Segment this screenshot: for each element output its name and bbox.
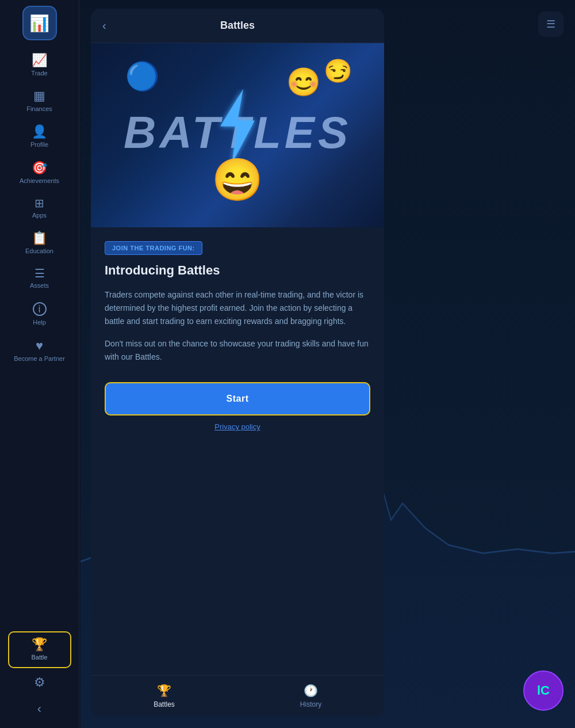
sidebar-label-assets: Assets bbox=[30, 282, 49, 289]
sidebar: 📊 📈 Trade ▦ Finances 👤 Profile 🎯 Achieve… bbox=[0, 0, 79, 728]
emoji-ball-topright: 😏 bbox=[324, 58, 352, 85]
sidebar-item-achievements[interactable]: 🎯 Achievements bbox=[8, 156, 71, 190]
help-icon: i bbox=[33, 302, 47, 316]
sidebar-item-profile[interactable]: 👤 Profile bbox=[8, 120, 71, 154]
start-button[interactable]: Start bbox=[105, 382, 370, 416]
sidebar-label-profile: Profile bbox=[30, 141, 48, 148]
tab-battles[interactable]: 🏆 Battles bbox=[91, 676, 237, 716]
history-tab-icon: 🕐 bbox=[304, 684, 318, 697]
intro-title: Introducing Battles bbox=[105, 263, 370, 278]
sidebar-label-battle: Battle bbox=[31, 654, 47, 661]
finances-icon: ▦ bbox=[33, 90, 45, 102]
menu-icon: ☰ bbox=[546, 18, 555, 31]
trade-icon: 📈 bbox=[32, 54, 47, 67]
apps-icon: ⊞ bbox=[34, 197, 44, 209]
tab-history[interactable]: 🕐 History bbox=[237, 676, 384, 716]
sidebar-item-finances[interactable]: ▦ Finances bbox=[8, 84, 71, 119]
panel-header: ‹ Battles bbox=[91, 9, 384, 43]
emoji-ball-center: 😄 bbox=[212, 155, 263, 204]
sidebar-item-help[interactable]: i Help bbox=[8, 296, 71, 332]
sidebar-label-help: Help bbox=[33, 319, 46, 326]
intro-text-1: Traders compete against each other in re… bbox=[105, 288, 370, 328]
sidebar-label-partner: Become a Partner bbox=[14, 355, 65, 363]
history-tab-label: History bbox=[300, 700, 321, 708]
lightning-bolt-icon bbox=[209, 89, 266, 166]
watermark-logo: lC bbox=[523, 670, 564, 711]
battles-panel: ‹ Battles BATTLES 🔵 😊 😏 😄 bbox=[91, 9, 384, 716]
app-logo[interactable]: 📊 bbox=[22, 6, 57, 40]
achievements-icon: 🎯 bbox=[32, 162, 47, 174]
battle-icon: 🏆 bbox=[32, 638, 47, 651]
sidebar-item-become-partner[interactable]: ♥ Become a Partner bbox=[8, 334, 71, 368]
settings-icon: ⚙ bbox=[34, 676, 45, 689]
sidebar-item-apps[interactable]: ⊞ Apps bbox=[8, 192, 71, 225]
battles-tab-icon: 🏆 bbox=[157, 684, 171, 697]
sidebar-item-trade[interactable]: 📈 Trade bbox=[8, 48, 71, 83]
sidebar-label-apps: Apps bbox=[32, 212, 47, 219]
sidebar-label-education: Education bbox=[25, 247, 53, 255]
battles-tab-label: Battles bbox=[154, 700, 175, 708]
sidebar-bottom: 🏆 Battle ⚙ ‹ bbox=[0, 631, 79, 728]
partner-icon: ♥ bbox=[36, 340, 43, 352]
content-area: JOIN THE TRADING FUN: Introducing Battle… bbox=[91, 227, 384, 675]
assets-icon: ☰ bbox=[34, 268, 45, 279]
hero-banner: BATTLES 🔵 😊 😏 😄 bbox=[91, 43, 384, 227]
sidebar-label-trade: Trade bbox=[31, 70, 47, 77]
panel-title: Battles bbox=[220, 20, 255, 32]
sidebar-item-settings[interactable]: ⚙ bbox=[8, 670, 71, 695]
bottom-tab-bar: 🏆 Battles 🕐 History bbox=[91, 675, 384, 716]
profile-icon: 👤 bbox=[32, 125, 47, 138]
logo-icon: 📊 bbox=[29, 14, 49, 33]
sidebar-item-assets[interactable]: ☰ Assets bbox=[8, 262, 71, 295]
sidebar-label-achievements: Achievements bbox=[20, 177, 59, 185]
education-icon: 📋 bbox=[32, 232, 47, 245]
collapse-icon: ‹ bbox=[37, 703, 41, 715]
privacy-policy-link[interactable]: Privacy policy bbox=[105, 422, 370, 431]
emoji-ball-midright: 😊 bbox=[286, 66, 321, 98]
back-button[interactable]: ‹ bbox=[102, 19, 106, 32]
join-badge: JOIN THE TRADING FUN: bbox=[105, 241, 202, 255]
intro-text-2: Don't miss out on the chance to showcase… bbox=[105, 337, 370, 364]
top-right-button[interactable]: ☰ bbox=[538, 12, 564, 37]
sidebar-label-finances: Finances bbox=[26, 105, 52, 113]
svg-marker-0 bbox=[220, 89, 255, 164]
sidebar-item-education[interactable]: 📋 Education bbox=[8, 226, 71, 261]
sidebar-item-battle[interactable]: 🏆 Battle bbox=[8, 631, 71, 668]
sidebar-item-collapse[interactable]: ‹ bbox=[8, 697, 71, 721]
